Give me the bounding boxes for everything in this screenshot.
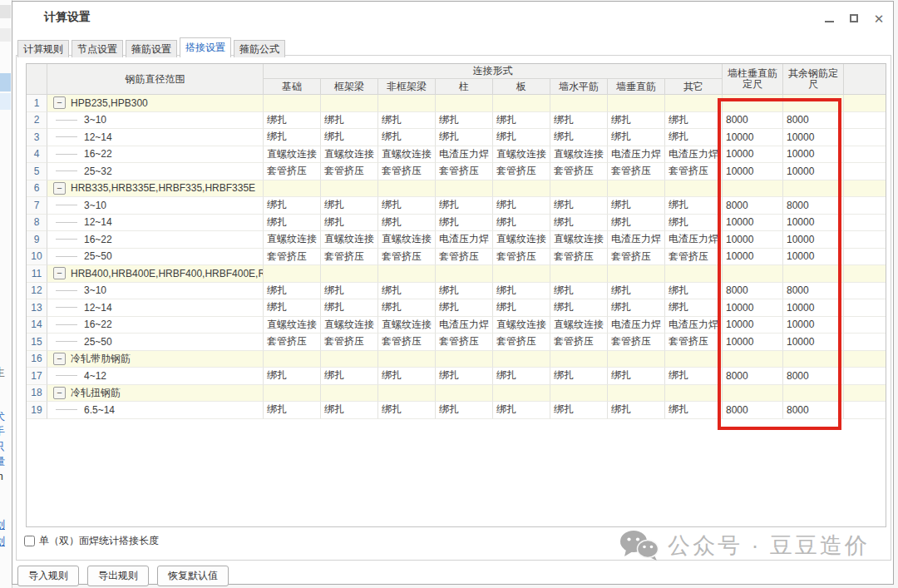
connection-cell[interactable]: 套管挤压 (321, 249, 378, 266)
wall-column-length-cell[interactable]: 10000 (723, 146, 783, 164)
connection-cell[interactable]: 绑扎 (550, 299, 608, 317)
other-rebar-length-cell[interactable]: 8000 (783, 283, 844, 300)
connection-cell[interactable]: 绑扎 (493, 402, 550, 419)
connection-cell[interactable]: 绑扎 (321, 129, 378, 146)
diameter-range-cell[interactable]: 12~14 (47, 129, 264, 146)
connection-cell[interactable]: 绑扎 (436, 197, 493, 215)
connection-cell[interactable]: 电渣压力焊 (436, 317, 493, 334)
connection-cell[interactable]: 绑扎 (550, 368, 608, 385)
diameter-range-cell[interactable]: 3~10 (47, 112, 264, 130)
connection-cell[interactable]: 直螺纹连接 (550, 231, 608, 249)
connection-cell[interactable]: 绑扎 (493, 197, 550, 215)
connection-cell[interactable]: 绑扎 (436, 215, 493, 232)
connection-cell[interactable]: 电渣压力焊 (436, 146, 493, 164)
other-rebar-length-cell[interactable]: 8000 (783, 112, 844, 130)
connection-cell[interactable]: 套管挤压 (378, 249, 436, 266)
connection-cell[interactable]: 绑扎 (493, 215, 550, 232)
connection-cell[interactable]: 绑扎 (264, 129, 321, 146)
connection-cell[interactable]: 绑扎 (665, 129, 723, 146)
connection-cell[interactable]: 绑扎 (378, 129, 436, 146)
wall-column-length-cell[interactable]: 10000 (723, 215, 783, 232)
connection-cell[interactable]: 套管挤压 (665, 334, 723, 351)
connection-cell[interactable]: 绑扎 (608, 129, 665, 146)
wall-column-length-cell[interactable]: 10000 (723, 231, 783, 249)
connection-cell[interactable]: 绑扎 (550, 129, 608, 146)
other-rebar-length-cell[interactable]: 10000 (783, 334, 844, 351)
connection-cell[interactable]: 套管挤压 (378, 334, 436, 351)
connection-cell[interactable]: 绑扎 (608, 215, 665, 232)
connection-cell[interactable]: 绑扎 (321, 402, 378, 419)
connection-cell[interactable]: 绑扎 (264, 197, 321, 215)
wall-column-length-cell[interactable]: 10000 (723, 129, 783, 146)
connection-cell[interactable]: 绑扎 (665, 197, 723, 215)
wall-column-length-cell[interactable]: 8000 (723, 112, 783, 130)
connection-cell[interactable]: 套管挤压 (321, 163, 378, 180)
maximize-icon[interactable] (846, 12, 861, 25)
connection-cell[interactable]: 绑扎 (608, 283, 665, 300)
wall-column-length-cell[interactable]: 10000 (723, 299, 783, 317)
minimize-icon[interactable] (822, 12, 836, 25)
tab-stirrup-settings[interactable]: 箍筋设置 (126, 40, 177, 57)
connection-cell[interactable]: 绑扎 (378, 197, 436, 215)
connection-cell[interactable]: 直螺纹连接 (493, 146, 550, 164)
connection-cell[interactable]: 绑扎 (264, 402, 321, 419)
import-rules-button[interactable]: 导入规则 (17, 566, 79, 586)
diameter-range-cell[interactable]: 25~32 (47, 163, 264, 180)
diameter-range-cell[interactable]: 25~50 (47, 334, 264, 351)
connection-cell[interactable]: 绑扎 (264, 368, 321, 385)
connection-cell[interactable]: 套管挤压 (436, 163, 493, 180)
diameter-range-cell[interactable]: 12~14 (47, 299, 264, 317)
connection-cell[interactable]: 绑扎 (378, 112, 436, 130)
connection-cell[interactable]: 套管挤压 (264, 334, 321, 351)
connection-cell[interactable]: 绑扎 (665, 215, 723, 232)
connection-cell[interactable]: 套管挤压 (665, 249, 723, 266)
wall-column-length-cell[interactable]: 8000 (723, 368, 783, 385)
connection-cell[interactable]: 绑扎 (378, 299, 436, 317)
wall-column-length-cell[interactable]: 8000 (723, 402, 783, 419)
other-rebar-length-cell[interactable]: 10000 (783, 317, 844, 334)
connection-cell[interactable]: 绑扎 (264, 283, 321, 300)
connection-cell[interactable]: 绑扎 (493, 283, 550, 300)
connection-cell[interactable]: 绑扎 (321, 283, 378, 300)
connection-cell[interactable]: 套管挤压 (378, 163, 436, 180)
connection-cell[interactable]: 绑扎 (608, 402, 665, 419)
wall-column-length-cell[interactable]: 8000 (723, 283, 783, 300)
connection-cell[interactable]: 绑扎 (608, 299, 665, 317)
connection-cell[interactable]: 直螺纹连接 (493, 317, 550, 334)
connection-cell[interactable]: 绑扎 (436, 283, 493, 300)
other-rebar-length-cell[interactable]: 8000 (783, 197, 844, 215)
connection-cell[interactable]: 绑扎 (493, 368, 550, 385)
connection-cell[interactable]: 绑扎 (550, 215, 608, 232)
connection-cell[interactable]: 套管挤压 (493, 249, 550, 266)
connection-cell[interactable]: 套管挤压 (493, 334, 550, 351)
wall-column-length-cell[interactable]: 10000 (723, 334, 783, 351)
connection-cell[interactable]: 绑扎 (608, 197, 665, 215)
connection-cell[interactable]: 直螺纹连接 (321, 146, 378, 164)
tab-stirrup-formula[interactable]: 箍筋公式 (234, 40, 285, 57)
connection-cell[interactable]: 绑扎 (378, 402, 436, 419)
collapse-minus-icon[interactable]: − (53, 353, 66, 365)
connection-cell[interactable]: 套管挤压 (493, 163, 550, 180)
connection-cell[interactable]: 电渣压力焊 (665, 146, 723, 164)
diameter-range-cell[interactable]: 16~22 (47, 231, 264, 249)
connection-cell[interactable]: 绑扎 (550, 112, 608, 130)
other-rebar-length-cell[interactable]: 10000 (783, 163, 844, 180)
tab-lap-settings[interactable]: 搭接设置 (180, 37, 231, 57)
connection-cell[interactable]: 绑扎 (665, 368, 723, 385)
other-rebar-length-cell[interactable]: 8000 (783, 368, 844, 385)
connection-cell[interactable]: 绑扎 (321, 215, 378, 232)
connection-cell[interactable]: 直螺纹连接 (321, 317, 378, 334)
connection-cell[interactable]: 绑扎 (321, 299, 378, 317)
connection-cell[interactable]: 绑扎 (665, 112, 723, 130)
connection-cell[interactable]: 直螺纹连接 (550, 146, 608, 164)
other-rebar-length-cell[interactable]: 10000 (783, 299, 844, 317)
connection-cell[interactable]: 绑扎 (550, 402, 608, 419)
connection-cell[interactable]: 绑扎 (550, 283, 608, 300)
connection-cell[interactable]: 套管挤压 (264, 163, 321, 180)
tab-node-settings[interactable]: 节点设置 (72, 40, 123, 57)
connection-cell[interactable]: 绑扎 (378, 368, 436, 385)
diameter-range-cell[interactable]: 3~10 (47, 283, 264, 300)
connection-cell[interactable]: 直螺纹连接 (378, 317, 436, 334)
diameter-range-cell[interactable]: 4~12 (47, 368, 264, 385)
connection-cell[interactable]: 套管挤压 (264, 249, 321, 266)
